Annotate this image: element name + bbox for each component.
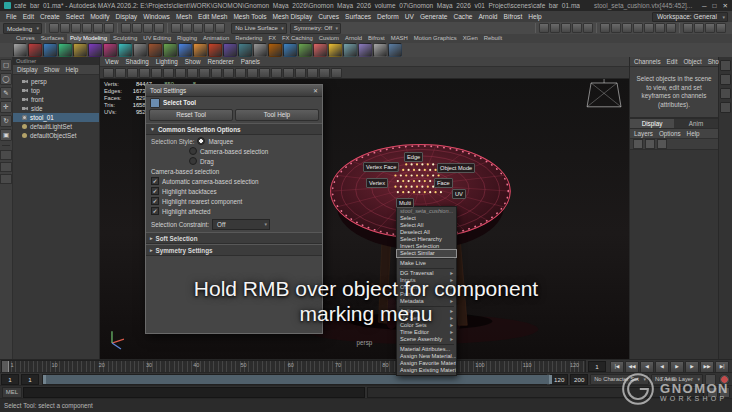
viewport-toolbar-icon[interactable] xyxy=(187,68,198,78)
shelf-tab-fx[interactable]: FX xyxy=(265,34,279,43)
outliner-item-front[interactable]: front xyxy=(13,95,99,104)
shelf-icon[interactable] xyxy=(283,43,297,57)
shelf-icon[interactable] xyxy=(163,43,177,57)
statusline-icon[interactable] xyxy=(694,23,704,33)
attribute-editor-tab-icon[interactable] xyxy=(720,74,731,85)
menu-deform[interactable]: Deform xyxy=(374,13,402,20)
shelf-tab-animation[interactable]: Animation xyxy=(200,34,232,43)
layer-toolbar-icon[interactable] xyxy=(633,139,643,149)
statusline-icon[interactable] xyxy=(193,23,203,33)
viewport-toolbar-icon[interactable] xyxy=(283,68,294,78)
marking-menu-item-assign-existing-material[interactable]: Assign Existing Material▸ xyxy=(397,367,456,374)
tool-settings-titlebar[interactable]: Tool Settings ✕ xyxy=(146,85,322,97)
statusline-icon[interactable] xyxy=(154,23,164,33)
layer-menu-layers[interactable]: Layers xyxy=(633,129,654,138)
layer-tab-display[interactable]: Display xyxy=(630,119,674,128)
statusline-icon[interactable] xyxy=(572,23,582,33)
workspace-selector[interactable]: Workspace: General xyxy=(652,12,728,22)
menu-file[interactable]: File xyxy=(3,13,20,20)
outliner-item-top[interactable]: top xyxy=(13,86,99,95)
viewport-menu-view[interactable]: View xyxy=(104,58,120,65)
statusline-icon[interactable] xyxy=(121,23,131,33)
select-tool-icon[interactable]: ▢ xyxy=(0,59,12,71)
maximize-button[interactable]: □ xyxy=(713,2,717,10)
radio-drag[interactable] xyxy=(189,157,197,165)
move-tool-icon[interactable]: ✛ xyxy=(0,101,12,113)
shelf-icon[interactable] xyxy=(298,43,312,57)
scale-tool-icon[interactable]: ▣ xyxy=(0,129,12,141)
menu-curves[interactable]: Curves xyxy=(315,13,342,20)
viewport-toolbar-icon[interactable] xyxy=(151,68,162,78)
channel-box-tab-icon[interactable] xyxy=(720,60,731,71)
menu-set-selector[interactable]: Modeling xyxy=(3,23,42,34)
statusline-icon[interactable] xyxy=(611,23,621,33)
marking-menu-item-time-editor[interactable]: Time Editor▸ xyxy=(397,329,456,336)
shelf-tab-uv-editing[interactable]: UV Editing xyxy=(140,34,174,43)
anim-start-field[interactable] xyxy=(21,374,39,385)
menu-mesh-display[interactable]: Mesh Display xyxy=(270,13,316,20)
menu-help[interactable]: Help xyxy=(525,13,545,20)
viewport-toolbar-icon[interactable] xyxy=(163,68,174,78)
shelf-tab-surfaces[interactable]: Surfaces xyxy=(38,34,67,43)
viewport-toolbar-icon[interactable] xyxy=(247,68,258,78)
shelf-icon[interactable] xyxy=(208,43,222,57)
channel-box-menu-channels[interactable]: Channels xyxy=(633,57,662,66)
symmetry-selector[interactable]: Symmetry: Off xyxy=(290,23,341,34)
shelf-icon[interactable] xyxy=(388,43,402,57)
paint-select-tool-icon[interactable]: ✎ xyxy=(0,87,12,99)
outliner-item-side[interactable]: side xyxy=(13,104,99,113)
viewport-toolbar-icon[interactable] xyxy=(139,68,150,78)
statusline-icon[interactable] xyxy=(171,23,181,33)
shelf-icon[interactable] xyxy=(58,43,72,57)
range-start-field[interactable] xyxy=(1,374,19,385)
outliner-menu-display[interactable]: Display xyxy=(16,65,39,74)
shelf-icon[interactable] xyxy=(253,43,267,57)
marking-menu-item-assign-new-material[interactable]: Assign New Material... xyxy=(397,353,456,360)
statusline-icon[interactable] xyxy=(49,23,59,33)
radio-marquee[interactable] xyxy=(197,137,205,145)
shelf-tab-arnold[interactable]: Arnold xyxy=(342,34,365,43)
outliner-menu-help[interactable]: Help xyxy=(64,65,79,74)
menu-windows[interactable]: Windows xyxy=(140,13,173,20)
viewport-toolbar-icon[interactable] xyxy=(307,68,318,78)
range-slider-bar[interactable] xyxy=(43,375,552,384)
layer-menu-help[interactable]: Help xyxy=(686,129,701,138)
layer-toolbar-icon[interactable] xyxy=(645,139,655,149)
close-button[interactable]: ✕ xyxy=(723,2,728,10)
menu-surfaces[interactable]: Surfaces xyxy=(342,13,374,20)
statusline-icon[interactable] xyxy=(600,23,610,33)
viewport-menu-panels[interactable]: Panels xyxy=(240,58,261,65)
marking-menu-item-material-attributes[interactable]: Material Attributes... xyxy=(397,346,456,353)
statusline-icon[interactable] xyxy=(583,23,593,33)
reset-tool-button[interactable]: Reset Tool xyxy=(149,109,233,121)
statusline-icon[interactable] xyxy=(104,23,114,33)
menu-edit[interactable]: Edit xyxy=(20,13,37,20)
shelf-tab-bifrost[interactable]: Bifrost xyxy=(365,34,388,43)
menu-modify[interactable]: Modify xyxy=(87,13,112,20)
shelf-icon[interactable] xyxy=(268,43,282,57)
layout-shortcut-button[interactable] xyxy=(0,174,12,184)
marking-menu-radial-vertex-face[interactable]: Vertex Face xyxy=(363,162,399,172)
statusline-icon[interactable] xyxy=(143,23,153,33)
marking-menu-radial-uv[interactable]: UV xyxy=(452,189,466,199)
menu-generate[interactable]: Generate xyxy=(417,13,451,20)
shelf-icon[interactable] xyxy=(133,43,147,57)
shelf-icon[interactable] xyxy=(178,43,192,57)
current-frame-field[interactable] xyxy=(588,361,606,372)
marking-menu-item-scene-assembly[interactable]: Scene Assembly▸ xyxy=(397,336,456,343)
marking-menu-item-deselect-all[interactable]: Deselect All xyxy=(397,229,456,236)
shelf-icon[interactable] xyxy=(223,43,237,57)
layout-shortcut-button[interactable] xyxy=(0,162,12,172)
checkbox-highlight-affected[interactable] xyxy=(151,207,159,215)
viewport-toolbar-icon[interactable] xyxy=(235,68,246,78)
channel-box-menu-object[interactable]: Object xyxy=(682,57,702,66)
menu-bifrost[interactable]: Bifrost xyxy=(501,13,526,20)
shelf-icon[interactable] xyxy=(28,43,42,57)
shelf-tab-xgen[interactable]: XGen xyxy=(460,34,481,43)
shelf-tab-curves[interactable]: Curves xyxy=(13,34,38,43)
channel-box-menu-edit[interactable]: Edit xyxy=(666,57,679,66)
anim-end-field[interactable] xyxy=(570,374,588,385)
shelf-icon[interactable] xyxy=(238,43,252,57)
viewport-toolbar-icon[interactable] xyxy=(199,68,210,78)
viewport-toolbar-icon[interactable] xyxy=(271,68,282,78)
